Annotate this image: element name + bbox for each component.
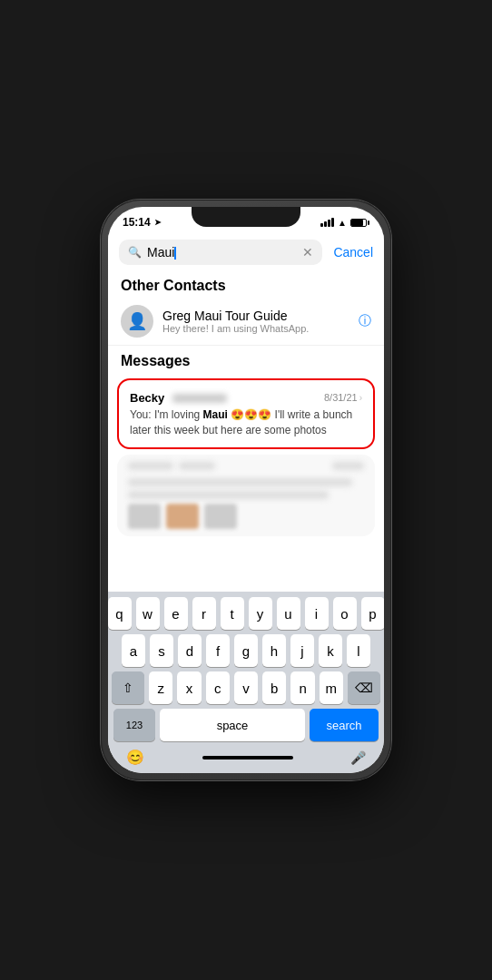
blur-thumb-2 bbox=[166, 504, 199, 529]
other-contacts-header: Other Contacts bbox=[108, 270, 384, 298]
key-f[interactable]: f bbox=[206, 634, 230, 667]
chevron-right-icon: › bbox=[359, 393, 362, 403]
battery-icon bbox=[350, 219, 369, 227]
key-l[interactable]: l bbox=[347, 634, 370, 667]
text-cursor bbox=[174, 247, 176, 260]
notch bbox=[192, 207, 300, 227]
search-icon: 🔍 bbox=[128, 246, 142, 259]
blurred-sender bbox=[128, 462, 215, 475]
blur-line-1 bbox=[128, 478, 352, 486]
microphone-icon[interactable]: 🎤 bbox=[350, 750, 366, 765]
message-preview: You: I'm loving Maui 😍😍😍 I'll write a bu… bbox=[130, 407, 362, 438]
key-g[interactable]: g bbox=[234, 634, 258, 667]
preview-highlight: Maui bbox=[203, 408, 228, 421]
signal-icon bbox=[320, 218, 334, 227]
blurred-header bbox=[128, 462, 364, 475]
delete-key[interactable]: ⌫ bbox=[348, 671, 380, 704]
avatar: 👤 bbox=[121, 305, 153, 338]
key-y[interactable]: y bbox=[249, 597, 272, 630]
key-r[interactable]: r bbox=[192, 597, 216, 630]
status-time: 15:14 ➤ bbox=[123, 216, 162, 229]
contact-name: Greg Maui Tour Guide bbox=[162, 309, 349, 323]
blur-thumb-1 bbox=[128, 504, 161, 529]
keyboard: q w e r t y u i o p a s d f g h j k bbox=[108, 592, 384, 745]
search-key[interactable]: search bbox=[310, 709, 379, 741]
shift-key[interactable]: ⇧ bbox=[112, 671, 144, 704]
time-display: 15:14 bbox=[123, 216, 151, 229]
sender-blur bbox=[172, 394, 227, 403]
blur-name2 bbox=[179, 462, 215, 470]
keyboard-row-3: ⇧ z x c v b n m ⌫ bbox=[112, 671, 380, 704]
key-u[interactable]: u bbox=[277, 597, 300, 630]
key-t[interactable]: t bbox=[221, 597, 244, 630]
contact-subtitle: Hey there! I am using WhatsApp. bbox=[162, 323, 349, 334]
search-row: 🔍 Maui ✕ Cancel bbox=[119, 240, 373, 265]
message-date-container: 8/31/21 › bbox=[324, 392, 362, 403]
keyboard-bottom-row: 123 space search bbox=[112, 709, 380, 741]
clear-search-button[interactable]: ✕ bbox=[302, 245, 313, 260]
key-x[interactable]: x bbox=[177, 671, 201, 704]
search-bar[interactable]: 🔍 Maui ✕ bbox=[119, 240, 322, 265]
key-i[interactable]: i bbox=[305, 597, 329, 630]
home-indicator bbox=[202, 756, 293, 760]
blurred-result-row bbox=[117, 455, 375, 536]
key-b[interactable]: b bbox=[262, 671, 286, 704]
key-j[interactable]: j bbox=[290, 634, 314, 667]
key-p[interactable]: p bbox=[361, 597, 385, 630]
blur-image-row bbox=[128, 504, 364, 529]
key-m[interactable]: m bbox=[320, 671, 343, 704]
messages-header: Messages bbox=[108, 346, 384, 373]
contact-row[interactable]: 👤 Greg Maui Tour Guide Hey there! I am u… bbox=[108, 298, 384, 346]
key-k[interactable]: k bbox=[319, 634, 342, 667]
blur-line-2 bbox=[128, 491, 329, 499]
search-bar-container: 🔍 Maui ✕ Cancel bbox=[108, 234, 384, 270]
keyboard-accessory-bar: 😊 🎤 bbox=[108, 745, 384, 773]
blur-name bbox=[128, 462, 173, 470]
search-results: Other Contacts 👤 Greg Maui Tour Guide He… bbox=[108, 270, 384, 592]
person-icon: 👤 bbox=[127, 311, 147, 331]
status-icons: ▲ bbox=[320, 218, 369, 228]
info-button[interactable]: ⓘ bbox=[359, 313, 371, 329]
key-a[interactable]: a bbox=[122, 634, 145, 667]
key-e[interactable]: e bbox=[164, 597, 188, 630]
message-result-row[interactable]: Becky 8/31/21 › You: I'm loving Maui 😍😍😍… bbox=[117, 378, 375, 449]
message-sender-container: Becky bbox=[130, 389, 227, 406]
key-o[interactable]: o bbox=[333, 597, 357, 630]
key-c[interactable]: c bbox=[206, 671, 230, 704]
message-result-header: Becky 8/31/21 › bbox=[130, 389, 362, 406]
keyboard-row-2: a s d f g h j k l bbox=[112, 634, 380, 667]
key-w[interactable]: w bbox=[136, 597, 160, 630]
blur-date bbox=[332, 462, 364, 470]
contact-info: Greg Maui Tour Guide Hey there! I am usi… bbox=[162, 309, 349, 334]
search-query-text: Maui bbox=[147, 245, 174, 260]
keyboard-row-1: q w e r t y u i o p bbox=[112, 597, 380, 630]
preview-before: You: I'm loving bbox=[130, 408, 203, 421]
location-arrow-icon: ➤ bbox=[154, 218, 162, 227]
search-input[interactable]: Maui bbox=[147, 245, 297, 260]
key-n[interactable]: n bbox=[290, 671, 314, 704]
space-key[interactable]: space bbox=[160, 709, 305, 741]
phone-screen: 15:14 ➤ ▲ bbox=[108, 207, 384, 773]
blur-thumb-3 bbox=[204, 504, 237, 529]
key-d[interactable]: d bbox=[178, 634, 202, 667]
emoji-icon[interactable]: 😊 bbox=[126, 749, 144, 766]
num-key[interactable]: 123 bbox=[113, 709, 155, 741]
message-date: 8/31/21 bbox=[324, 392, 358, 403]
key-z[interactable]: z bbox=[149, 671, 172, 704]
key-s[interactable]: s bbox=[150, 634, 173, 667]
phone-frame: 15:14 ➤ ▲ bbox=[101, 200, 391, 780]
key-v[interactable]: v bbox=[234, 671, 258, 704]
key-q[interactable]: q bbox=[108, 597, 132, 630]
message-sender: Becky bbox=[130, 391, 164, 405]
cancel-button[interactable]: Cancel bbox=[333, 245, 373, 260]
key-h[interactable]: h bbox=[262, 634, 286, 667]
wifi-icon: ▲ bbox=[338, 218, 347, 228]
